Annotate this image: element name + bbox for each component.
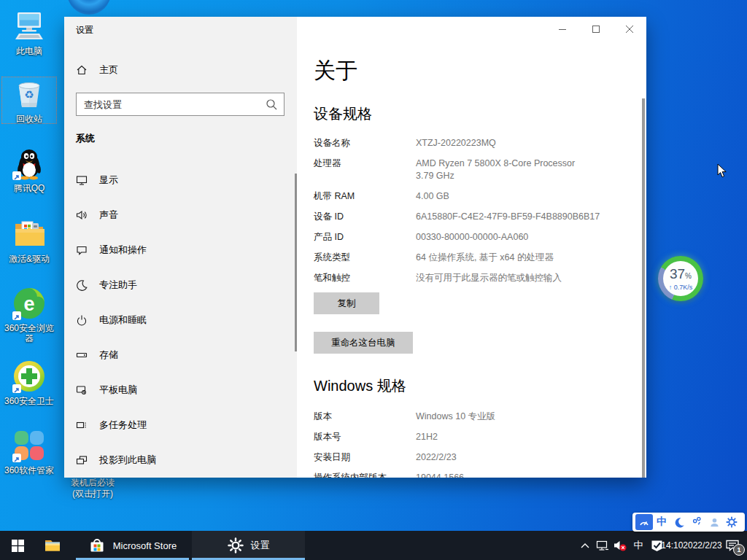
sidebar-section-header: 系统	[76, 132, 95, 145]
multitasking-icon	[76, 419, 88, 431]
ime-moon-icon[interactable]	[670, 514, 688, 530]
sidebar-item-label: 电源和睡眠	[99, 314, 147, 327]
desktop-icon-label: 激活&驱动	[1, 254, 57, 264]
spec-row-os-build: 操作系统内部版本 19044.1566	[314, 472, 646, 478]
spec-row-system-type: 系统类型 64 位操作系统, 基于 x64 的处理器	[314, 252, 646, 264]
spec-row-version: 版本号 21H2	[314, 431, 646, 443]
tray-chevron-up-icon[interactable]	[576, 531, 594, 560]
storage-icon	[76, 349, 88, 361]
svg-text:♻: ♻	[24, 88, 34, 101]
mouse-cursor	[717, 163, 728, 182]
tray-ime-indicator[interactable]: 中	[629, 531, 648, 560]
start-button[interactable]	[0, 531, 35, 560]
spec-label: 机带 RAM	[314, 190, 416, 203]
sidebar-item-storage[interactable]: 存储	[64, 338, 295, 373]
file-explorer-button[interactable]	[35, 531, 70, 560]
action-center-icon[interactable]: 1	[718, 531, 747, 560]
ime-toolbar: 中	[632, 513, 745, 532]
settings-window: 设置 主页 系统	[64, 17, 646, 478]
desktop-icon-label: 此电脑	[1, 46, 57, 56]
windows-spec-rows: 版本 Windows 10 专业版 版本号 21H2 安装日期 2022/2/2…	[314, 411, 646, 478]
copy-button[interactable]: 复制	[314, 292, 379, 314]
desktop-icon-label: 360安全浏览器	[1, 323, 57, 343]
tray-network-icon[interactable]	[594, 531, 611, 560]
main-scrollbar[interactable]	[642, 98, 645, 478]
search-input[interactable]	[77, 93, 284, 115]
spec-label: 处理器	[314, 158, 416, 182]
home-icon	[76, 64, 88, 76]
widget-inner: 37% ↑ 0.7K/s	[663, 261, 698, 296]
folder-icon	[12, 217, 47, 252]
display-icon	[76, 174, 88, 186]
taskbar-settings[interactable]: 设置	[192, 531, 305, 560]
ime-user-icon[interactable]	[705, 514, 723, 530]
360-safe-icon	[12, 359, 47, 394]
spec-row-device-name: 设备名称 XTZJ-20220223MQ	[314, 137, 646, 149]
close-button[interactable]	[613, 17, 646, 42]
spec-value: 6A15880F-C4E2-47F9-BF59-F4B8890B6B17	[416, 211, 600, 223]
taskbar-microsoft-store[interactable]: Microsoft Store	[76, 531, 189, 560]
sidebar-item-display[interactable]: 显示	[64, 163, 295, 198]
window-title: 设置	[76, 24, 93, 36]
tray-volume-muted-icon[interactable]	[611, 531, 629, 560]
spec-row-product-id: 产品 ID 00330-80000-00000-AA060	[314, 231, 646, 244]
windows-spec-heading: Windows 规格	[314, 376, 646, 396]
window-controls	[546, 17, 646, 42]
desktop-icon-360-safe[interactable]: 360安全卫士	[1, 359, 57, 406]
spec-label: 系统类型	[314, 252, 416, 264]
ime-gauge-icon[interactable]	[635, 514, 653, 530]
search-icon[interactable]	[266, 98, 278, 114]
sidebar-item-home[interactable]: 主页	[64, 57, 295, 83]
ime-settings-gear-icon[interactable]	[723, 514, 740, 530]
desktop-icon-360-manager[interactable]: 360软件管家	[1, 428, 57, 475]
sidebar-item-tablet[interactable]: 平板电脑	[64, 373, 295, 408]
ime-language-mode[interactable]: 中	[653, 514, 670, 530]
rename-pc-button[interactable]: 重命名这台电脑	[314, 332, 413, 354]
sound-icon	[76, 209, 88, 221]
tray-clock[interactable]: 14:10 2022/2/23	[665, 531, 718, 560]
sidebar-item-notifications[interactable]: 通知和操作	[64, 233, 295, 268]
sidebar-item-label: 多任务处理	[99, 419, 147, 432]
ime-punctuation-icon[interactable]	[688, 514, 705, 530]
spec-label: 版本	[314, 411, 416, 423]
sidebar-item-power-sleep[interactable]: 电源和睡眠	[64, 303, 295, 338]
desktop-icon-tencent-qq[interactable]: 腾讯QQ	[1, 146, 57, 193]
desktop-icon-readme[interactable]: 装机后必读(双击打开)	[67, 478, 118, 499]
shortcut-arrow-icon	[12, 454, 21, 462]
spec-row-install-date: 安装日期 2022/2/23	[314, 451, 646, 464]
settings-main-pane: 关于 设备规格 设备名称 XTZJ-20220223MQ 处理器 AMD Ryz…	[297, 17, 646, 478]
desktop-icon-this-pc[interactable]: 此电脑	[1, 9, 57, 56]
sidebar-item-sound[interactable]: 声音	[64, 198, 295, 233]
spec-value: 00330-80000-00000-AA060	[416, 231, 528, 244]
desktop: 此电脑 ♻ 回收站	[0, 0, 747, 560]
sidebar-item-projecting[interactable]: 投影到此电脑	[64, 443, 295, 478]
360-speed-widget[interactable]: 37% ↑ 0.7K/s	[658, 256, 703, 301]
desktop-icon-activate-drivers[interactable]: 激活&驱动	[1, 217, 57, 264]
system-tray: 中 14:10 2022/2/23 1	[576, 531, 747, 560]
sidebar-nav-list: 显示 声音 通知和操作	[64, 163, 295, 478]
widget-speed: ↑ 0.7K/s	[663, 284, 698, 292]
sidebar-item-label: 通知和操作	[99, 244, 147, 257]
desktop-icon-recycle-bin[interactable]: ♻ 回收站	[1, 77, 57, 124]
spec-value: 4.00 GB	[416, 190, 449, 203]
page-title: 关于	[314, 58, 646, 83]
moon-icon	[76, 279, 88, 291]
maximize-button[interactable]	[579, 17, 613, 42]
desktop-icon-label: 回收站	[1, 114, 57, 124]
sidebar-item-multitasking[interactable]: 多任务处理	[64, 408, 295, 443]
spec-label: 操作系统内部版本	[314, 472, 416, 478]
desktop-icon-360-browser[interactable]: e 360安全浏览器	[1, 286, 57, 343]
power-icon	[76, 314, 88, 326]
sidebar-item-label: 平板电脑	[99, 384, 137, 397]
recycle-bin-icon: ♻	[12, 77, 47, 112]
sidebar-item-label: 主页	[99, 63, 118, 77]
minimize-button[interactable]	[546, 17, 579, 42]
sidebar-item-focus-assist[interactable]: 专注助手	[64, 268, 295, 303]
spec-value: 64 位操作系统, 基于 x64 的处理器	[416, 252, 554, 264]
spec-value: 没有可用于此显示器的笔或触控输入	[416, 272, 562, 284]
tablet-icon	[76, 384, 88, 396]
widget-percent: 37%	[663, 266, 698, 284]
spec-row-device-id: 设备 ID 6A15880F-C4E2-47F9-BF59-F4B8890B6B…	[314, 211, 646, 223]
taskbar-store-label: Microsoft Store	[113, 540, 177, 551]
desktop-icon-label: 腾讯QQ	[1, 183, 57, 193]
